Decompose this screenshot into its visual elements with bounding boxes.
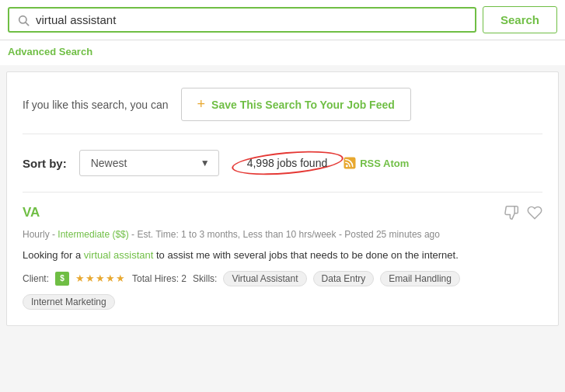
job-title[interactable]: VA: [23, 205, 40, 220]
jobs-found-badge: 4,998 jobs found: [239, 157, 336, 169]
search-input[interactable]: virtual assistant: [36, 13, 467, 26]
skills-label: Skills:: [193, 273, 217, 284]
sort-row: Sort by: Newest Relevance Client Rating …: [23, 150, 542, 176]
rss-icon: [343, 156, 357, 170]
plus-icon: +: [197, 96, 206, 113]
client-stars: ★★★★★: [75, 272, 126, 284]
search-bar: virtual assistant Search: [0, 0, 565, 40]
save-search-button[interactable]: + Save This Search To Your Job Feed: [181, 88, 411, 121]
search-button[interactable]: Search: [483, 6, 557, 33]
job-description: Looking for a virtual assistant to assis…: [23, 248, 542, 263]
skill-tag-email-handling[interactable]: Email Handling: [380, 271, 460, 286]
job-listing: VA Hourly - Intermediate ($$) - Est.: [23, 192, 542, 310]
rss-link[interactable]: RSS Atom: [360, 158, 409, 169]
save-search-row: If you like this search, you can + Save …: [23, 88, 542, 134]
svg-line-1: [26, 23, 29, 26]
skill-tag-data-entry[interactable]: Data Entry: [313, 271, 375, 286]
internet-marketing-tag-row: Internet Marketing: [23, 291, 542, 310]
sort-select-wrapper: Newest Relevance Client Rating Budget ▼: [79, 150, 219, 176]
main-content: If you like this search, you can + Save …: [6, 71, 559, 326]
jobs-found-container: 4,998 jobs found RSS Atom: [239, 156, 410, 170]
job-meta-posted: Posted 25 minutes ago: [344, 229, 440, 240]
job-meta: Hourly - Intermediate ($$) - Est. Time: …: [23, 227, 542, 241]
job-meta-level: Intermediate ($$): [58, 229, 128, 240]
job-meta-type: Hourly: [23, 229, 50, 240]
payment-verified-icon: $: [55, 272, 69, 286]
job-header: VA: [23, 205, 542, 224]
dislike-icon[interactable]: [504, 205, 519, 224]
save-search-button-label: Save This Search To Your Job Feed: [211, 99, 395, 111]
jobs-found-text: 4,998 jobs found: [239, 154, 336, 172]
sort-select[interactable]: Newest Relevance Client Rating Budget: [79, 150, 219, 176]
job-actions: [504, 205, 542, 224]
total-hires: Total Hires: 2: [132, 273, 187, 284]
job-client-row: Client: $ ★★★★★ Total Hires: 2 Skills: V…: [23, 271, 542, 286]
advanced-search-area: Advanced Search: [0, 40, 565, 65]
job-meta-est: Est. Time: 1 to 3 months, Less than 10 h…: [137, 229, 336, 240]
search-input-wrapper: virtual assistant: [8, 7, 476, 33]
rss-icon-wrapper: RSS Atom: [343, 156, 409, 170]
advanced-search-link[interactable]: Advanced Search: [8, 46, 92, 57]
sort-label: Sort by:: [23, 157, 67, 170]
skill-tag-virtual-assistant[interactable]: Virtual Assistant: [223, 271, 306, 286]
svg-point-3: [346, 165, 348, 167]
skill-tag-internet-marketing[interactable]: Internet Marketing: [23, 294, 115, 310]
save-search-prompt: If you like this search, you can: [23, 99, 169, 111]
heart-icon[interactable]: [527, 205, 542, 224]
search-icon: [17, 14, 30, 26]
client-label: Client:: [23, 273, 49, 284]
job-description-highlight: virtual assistant: [84, 249, 154, 261]
